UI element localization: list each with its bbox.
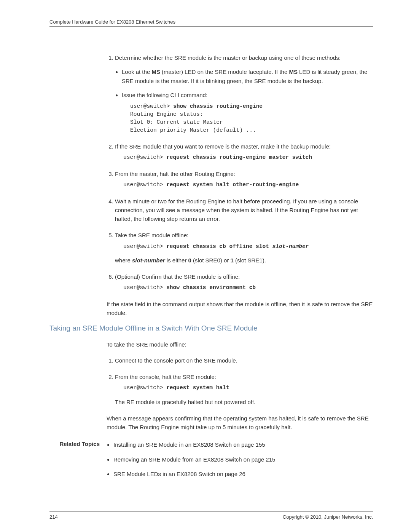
step-2-text: If the SRE module that you want to remov… — [115, 143, 331, 150]
step-5-text: Take the SRE module offline: — [115, 232, 188, 238]
section2-intro: To take the SRE module offline: — [107, 340, 373, 349]
section2-tail: When a message appears confirming that t… — [107, 414, 373, 432]
step-5-followup: where slot-number is either 0 (slot SRE0… — [115, 256, 373, 265]
cli-output-1: user@switch> show chassis routing-engine… — [130, 102, 373, 134]
cli-line-4: Election priority Master (default) ... — [130, 127, 256, 133]
s5f-zero: 0 — [188, 257, 191, 264]
sec2-step2-note: The RE module is gracefully halted but n… — [115, 398, 373, 406]
s1b2-text: Issue the following CLI command: — [122, 92, 207, 98]
page-number: 214 — [49, 514, 58, 520]
s5f-mid2: (slot SRE0) or — [191, 257, 231, 264]
cli3-prompt: user@switch> — [123, 182, 166, 188]
cli6-cmd: show chassis environment cb — [166, 284, 256, 291]
step-1-text: Determine whether the SRE module is the … — [115, 54, 341, 61]
related-item-3: SRE Module LEDs in an EX8208 Switch on p… — [113, 470, 275, 479]
step-1-sublist: Look at the MS (master) LED on the SRE m… — [122, 67, 373, 134]
copyright: Copyright © 2010, Juniper Networks, Inc. — [283, 514, 373, 520]
cli5-arg: slot-number — [272, 243, 309, 249]
procedure1-tail: If the state field in the command output… — [107, 300, 373, 318]
cli-command-5: user@switch> request chassis cb offline … — [123, 242, 373, 251]
section-heading-one-sre: Taking an SRE Module Offline in a Switch… — [49, 324, 373, 332]
cli-line-2: Routing Engine status: — [130, 111, 203, 117]
step-6-text: (Optional) Confirm that the SRE module i… — [115, 273, 240, 280]
cli5-cmd: request chassis cb offline slot — [166, 243, 272, 249]
step-6: (Optional) Confirm that the SRE module i… — [115, 272, 373, 292]
related-topics-label: Related Topics — [49, 441, 107, 485]
step-1-bullet-2: Issue the following CLI command: user@sw… — [122, 91, 373, 134]
sec2-step-1: Connect to the console port on the SRE m… — [115, 356, 373, 365]
s5f-suffix: (slot SRE1). — [234, 257, 266, 264]
cli-command-6: user@switch> show chassis environment cb — [123, 283, 373, 292]
halt-cmd: request system halt — [166, 385, 229, 391]
procedure-one-sre: Connect to the console port on the SRE m… — [115, 356, 373, 406]
s1b1-mid: (master) LED on the SRE module faceplate… — [160, 69, 289, 75]
cli5-prompt: user@switch> — [123, 243, 166, 249]
step-5: Take the SRE module offline: user@switch… — [115, 231, 373, 265]
page-header: Complete Hardware Guide for EX8208 Ether… — [49, 19, 373, 25]
cli-command-3: user@switch> request system halt other-r… — [123, 181, 373, 189]
s5f-slotnum: slot-number — [132, 257, 165, 264]
halt-prompt: user@switch> — [123, 385, 166, 391]
step-3: From the master, halt the other Routing … — [115, 169, 373, 189]
procedure-two-sre: Determine whether the SRE module is the … — [115, 53, 373, 292]
related-topics-list: Installing an SRE Module in an EX8208 Sw… — [113, 441, 275, 485]
cli-prompt: user@switch> — [130, 103, 173, 109]
step-3-text: From the master, halt the other Routing … — [115, 171, 235, 177]
sec2-step1-text: Connect to the console port on the SRE m… — [115, 357, 237, 364]
ms-label-1: MS — [151, 69, 160, 75]
cli-command: show chassis routing-engine — [173, 103, 263, 109]
related-item-1: Installing an SRE Module in an EX8208 Sw… — [113, 441, 275, 449]
cli-line-3: Slot 0: Current state Master — [130, 119, 223, 125]
s5f-mid1: is either — [165, 257, 188, 264]
step-4: Wait a minute or two for the Routing Eng… — [115, 197, 373, 224]
cli3-cmd: request system halt other-routing-engine — [166, 182, 299, 188]
cli2-cmd: request chassis routing-engine master sw… — [166, 154, 312, 160]
step-4-text: Wait a minute or two for the Routing Eng… — [115, 198, 358, 222]
step-1-bullet-1: Look at the MS (master) LED on the SRE m… — [122, 67, 373, 85]
s5f-prefix: where — [115, 257, 132, 264]
s1b1-prefix: Look at the — [122, 69, 151, 75]
step-1: Determine whether the SRE module is the … — [115, 53, 373, 134]
cli-command-halt: user@switch> request system halt — [123, 383, 373, 392]
sec2-step-2: From the console, halt the SRE module: u… — [115, 372, 373, 406]
cli-command-2: user@switch> request chassis routing-eng… — [123, 153, 373, 161]
related-item-2: Removing an SRE Module from an EX8208 Sw… — [113, 455, 275, 464]
ms-label-2: MS — [289, 69, 298, 75]
header-rule — [49, 26, 373, 27]
cli6-prompt: user@switch> — [123, 284, 166, 291]
step-2: If the SRE module that you want to remov… — [115, 142, 373, 162]
cli2-prompt: user@switch> — [123, 154, 166, 160]
sec2-step2-text: From the console, halt the SRE module: — [115, 374, 216, 380]
s5f-one: 1 — [230, 257, 233, 264]
